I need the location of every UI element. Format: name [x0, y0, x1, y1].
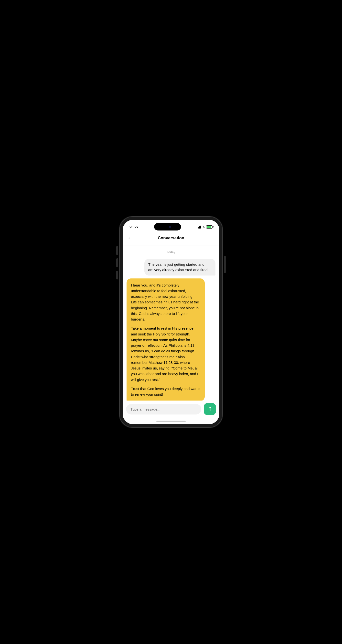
phone-frame: 23:27 ∿ ← Conversation	[120, 217, 222, 427]
send-icon: ↗	[206, 406, 213, 412]
phone-screen: 23:27 ∿ ← Conversation	[123, 220, 219, 424]
message-user-1: The year is just getting started and I a…	[127, 259, 215, 276]
send-button[interactable]: ↗	[204, 403, 216, 415]
message-input[interactable]	[126, 404, 201, 414]
bubble-user-1: The year is just getting started and I a…	[144, 259, 215, 276]
battery-fill	[207, 226, 211, 228]
status-icons: ∿	[197, 225, 212, 229]
back-button[interactable]: ←	[128, 234, 135, 242]
input-area: ↗	[123, 400, 219, 419]
page-title: Conversation	[135, 236, 207, 240]
status-time: 23:27	[130, 225, 139, 229]
home-bar	[156, 420, 186, 422]
home-indicator	[123, 419, 219, 424]
ai-para-1-0: I hear you, and it's completely understa…	[131, 282, 200, 322]
ai-para-1-2: Trust that God loves you deeply and want…	[131, 386, 200, 397]
wifi-icon: ∿	[202, 225, 205, 229]
bubble-ai-1: I hear you, and it's completely understa…	[127, 278, 205, 401]
signal-icon	[197, 225, 201, 228]
chat-area[interactable]: Today The year is just getting started a…	[123, 246, 219, 400]
ai-para-1-1: Take a moment to rest in His presence an…	[131, 326, 200, 382]
status-bar: 23:27 ∿	[123, 220, 219, 232]
battery-icon	[206, 225, 212, 228]
conversation-header: ← Conversation	[123, 232, 219, 246]
date-label: Today	[127, 250, 215, 254]
message-text-1: The year is just getting started and I a…	[148, 262, 208, 272]
dynamic-island	[154, 223, 181, 230]
message-ai-1: I hear you, and it's completely understa…	[127, 278, 215, 401]
dynamic-island-dot	[169, 226, 171, 228]
